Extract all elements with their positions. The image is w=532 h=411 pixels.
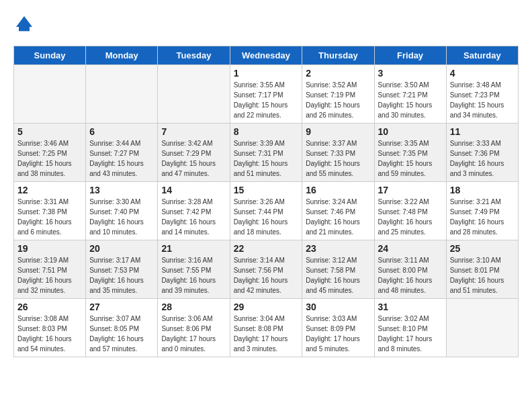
- day-info: Sunrise: 3:08 AM Sunset: 8:03 PM Dayligh…: [17, 314, 82, 354]
- day-number: 3: [378, 68, 443, 79]
- table-row: [14, 65, 86, 124]
- day-info: Sunrise: 3:31 AM Sunset: 7:38 PM Dayligh…: [17, 197, 82, 237]
- table-row: 19Sunrise: 3:19 AM Sunset: 7:51 PM Dayli…: [14, 240, 86, 299]
- table-row: 1Sunrise: 3:55 AM Sunset: 7:17 PM Daylig…: [230, 65, 302, 124]
- day-number: 15: [234, 185, 299, 195]
- table-row: 30Sunrise: 3:03 AM Sunset: 8:09 PM Dayli…: [302, 299, 374, 357]
- table-row: 9Sunrise: 3:37 AM Sunset: 7:33 PM Daylig…: [302, 124, 374, 182]
- day-number: 21: [161, 243, 226, 254]
- day-number: 25: [450, 243, 515, 254]
- day-info: Sunrise: 3:37 AM Sunset: 7:33 PM Dayligh…: [306, 138, 370, 179]
- day-info: Sunrise: 3:42 AM Sunset: 7:29 PM Dayligh…: [161, 138, 226, 179]
- table-row: 10Sunrise: 3:35 AM Sunset: 7:35 PM Dayli…: [374, 124, 446, 182]
- day-info: Sunrise: 3:04 AM Sunset: 8:08 PM Dayligh…: [234, 314, 299, 354]
- day-number: 20: [89, 243, 154, 254]
- day-info: Sunrise: 3:46 AM Sunset: 7:25 PM Dayligh…: [17, 138, 82, 179]
- day-number: 13: [89, 185, 154, 195]
- day-header-monday: Monday: [86, 46, 158, 65]
- day-info: Sunrise: 3:50 AM Sunset: 7:21 PM Dayligh…: [378, 80, 443, 120]
- table-row: 5Sunrise: 3:46 AM Sunset: 7:25 PM Daylig…: [14, 124, 86, 182]
- day-number: 10: [378, 126, 443, 137]
- calendar-week-row: 12Sunrise: 3:31 AM Sunset: 7:38 PM Dayli…: [14, 182, 519, 240]
- day-info: Sunrise: 3:55 AM Sunset: 7:17 PM Dayligh…: [234, 80, 299, 120]
- table-row: 20Sunrise: 3:17 AM Sunset: 7:53 PM Dayli…: [86, 240, 158, 299]
- table-row: 17Sunrise: 3:22 AM Sunset: 7:48 PM Dayli…: [374, 182, 446, 240]
- day-number: 22: [234, 243, 299, 254]
- calendar-header-row: SundayMondayTuesdayWednesdayThursdayFrid…: [14, 46, 519, 65]
- day-info: Sunrise: 3:02 AM Sunset: 8:10 PM Dayligh…: [378, 314, 443, 354]
- day-info: Sunrise: 3:07 AM Sunset: 8:05 PM Dayligh…: [89, 314, 154, 354]
- day-header-sunday: Sunday: [14, 46, 86, 65]
- day-header-wednesday: Wednesday: [230, 46, 302, 65]
- day-info: Sunrise: 3:14 AM Sunset: 7:56 PM Dayligh…: [234, 255, 299, 295]
- day-number: 30: [306, 302, 370, 312]
- day-number: 23: [306, 243, 370, 254]
- calendar-week-row: 5Sunrise: 3:46 AM Sunset: 7:25 PM Daylig…: [14, 124, 519, 182]
- table-row: 12Sunrise: 3:31 AM Sunset: 7:38 PM Dayli…: [14, 182, 86, 240]
- day-header-saturday: Saturday: [446, 46, 518, 65]
- day-number: 27: [89, 302, 154, 312]
- table-row: 7Sunrise: 3:42 AM Sunset: 7:29 PM Daylig…: [158, 124, 230, 182]
- day-number: 28: [161, 302, 226, 312]
- day-number: 1: [234, 68, 299, 79]
- day-info: Sunrise: 3:17 AM Sunset: 7:53 PM Dayligh…: [89, 255, 154, 295]
- day-info: Sunrise: 3:39 AM Sunset: 7:31 PM Dayligh…: [234, 138, 299, 179]
- day-info: Sunrise: 3:48 AM Sunset: 7:23 PM Dayligh…: [450, 80, 515, 120]
- day-info: Sunrise: 3:52 AM Sunset: 7:19 PM Dayligh…: [306, 80, 370, 120]
- day-number: 9: [306, 126, 370, 137]
- day-info: Sunrise: 3:11 AM Sunset: 8:00 PM Dayligh…: [378, 255, 443, 295]
- table-row: 21Sunrise: 3:16 AM Sunset: 7:55 PM Dayli…: [158, 240, 230, 299]
- page-header: [13, 13, 519, 35]
- table-row: 6Sunrise: 3:44 AM Sunset: 7:27 PM Daylig…: [86, 124, 158, 182]
- day-number: 4: [450, 68, 515, 79]
- day-number: 14: [161, 185, 226, 195]
- svg-rect-1: [19, 27, 30, 31]
- day-info: Sunrise: 3:16 AM Sunset: 7:55 PM Dayligh…: [161, 255, 226, 295]
- day-number: 5: [17, 126, 82, 137]
- day-info: Sunrise: 3:30 AM Sunset: 7:40 PM Dayligh…: [89, 197, 154, 237]
- table-row: 24Sunrise: 3:11 AM Sunset: 8:00 PM Dayli…: [374, 240, 446, 299]
- day-info: Sunrise: 3:33 AM Sunset: 7:36 PM Dayligh…: [450, 138, 515, 179]
- day-number: 8: [234, 126, 299, 137]
- day-number: 11: [450, 126, 515, 137]
- day-header-thursday: Thursday: [302, 46, 374, 65]
- table-row: [86, 65, 158, 124]
- table-row: 23Sunrise: 3:12 AM Sunset: 7:58 PM Dayli…: [302, 240, 374, 299]
- calendar-week-row: 1Sunrise: 3:55 AM Sunset: 7:17 PM Daylig…: [14, 65, 519, 124]
- table-row: 3Sunrise: 3:50 AM Sunset: 7:21 PM Daylig…: [374, 65, 446, 124]
- table-row: [446, 299, 518, 357]
- table-row: 8Sunrise: 3:39 AM Sunset: 7:31 PM Daylig…: [230, 124, 302, 182]
- table-row: 4Sunrise: 3:48 AM Sunset: 7:23 PM Daylig…: [446, 65, 518, 124]
- logo-icon: [13, 13, 35, 35]
- day-info: Sunrise: 3:22 AM Sunset: 7:48 PM Dayligh…: [378, 197, 443, 237]
- day-info: Sunrise: 3:19 AM Sunset: 7:51 PM Dayligh…: [17, 255, 82, 295]
- day-number: 31: [378, 302, 443, 312]
- table-row: [158, 65, 230, 124]
- table-row: 25Sunrise: 3:10 AM Sunset: 8:01 PM Dayli…: [446, 240, 518, 299]
- day-info: Sunrise: 3:35 AM Sunset: 7:35 PM Dayligh…: [378, 138, 443, 179]
- day-info: Sunrise: 3:21 AM Sunset: 7:49 PM Dayligh…: [450, 197, 515, 237]
- day-header-friday: Friday: [374, 46, 446, 65]
- day-info: Sunrise: 3:44 AM Sunset: 7:27 PM Dayligh…: [89, 138, 154, 179]
- day-number: 6: [89, 126, 154, 137]
- calendar-week-row: 26Sunrise: 3:08 AM Sunset: 8:03 PM Dayli…: [14, 299, 519, 357]
- table-row: 13Sunrise: 3:30 AM Sunset: 7:40 PM Dayli…: [86, 182, 158, 240]
- calendar-week-row: 19Sunrise: 3:19 AM Sunset: 7:51 PM Dayli…: [14, 240, 519, 299]
- day-header-tuesday: Tuesday: [158, 46, 230, 65]
- day-info: Sunrise: 3:03 AM Sunset: 8:09 PM Dayligh…: [306, 314, 370, 354]
- table-row: 27Sunrise: 3:07 AM Sunset: 8:05 PM Dayli…: [86, 299, 158, 357]
- day-number: 19: [17, 243, 82, 254]
- table-row: 14Sunrise: 3:28 AM Sunset: 7:42 PM Dayli…: [158, 182, 230, 240]
- day-info: Sunrise: 3:26 AM Sunset: 7:44 PM Dayligh…: [234, 197, 299, 237]
- day-number: 24: [378, 243, 443, 254]
- logo: [13, 13, 39, 35]
- day-number: 17: [378, 185, 443, 195]
- calendar-table: SundayMondayTuesdayWednesdayThursdayFrid…: [13, 46, 519, 357]
- day-number: 26: [17, 302, 82, 312]
- day-info: Sunrise: 3:24 AM Sunset: 7:46 PM Dayligh…: [306, 197, 370, 237]
- table-row: 2Sunrise: 3:52 AM Sunset: 7:19 PM Daylig…: [302, 65, 374, 124]
- day-info: Sunrise: 3:06 AM Sunset: 8:06 PM Dayligh…: [161, 314, 226, 354]
- day-info: Sunrise: 3:28 AM Sunset: 7:42 PM Dayligh…: [161, 197, 226, 237]
- table-row: 18Sunrise: 3:21 AM Sunset: 7:49 PM Dayli…: [446, 182, 518, 240]
- day-info: Sunrise: 3:10 AM Sunset: 8:01 PM Dayligh…: [450, 255, 515, 295]
